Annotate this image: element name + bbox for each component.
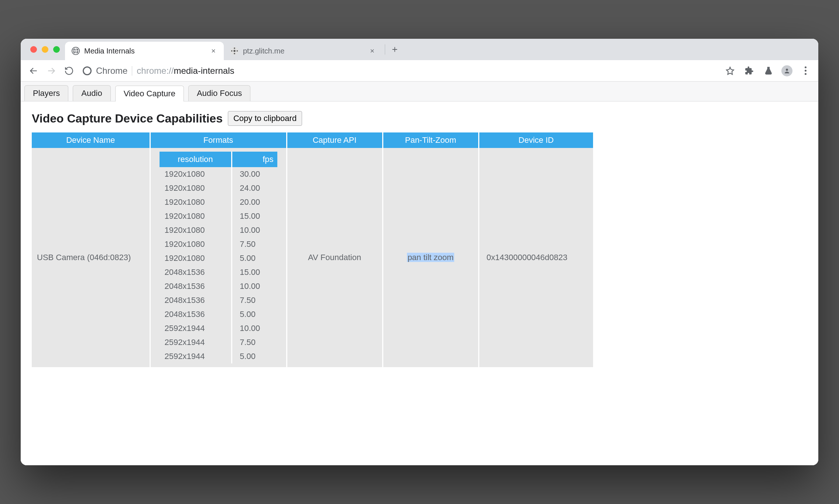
format-fps: 7.50 bbox=[232, 335, 277, 349]
cell-capture-api: AV Foundation bbox=[287, 148, 383, 367]
format-row: 2592x19445.00 bbox=[160, 349, 277, 363]
cell-device-id: 0x14300000046d0823 bbox=[479, 148, 593, 367]
format-fps: 5.00 bbox=[232, 349, 277, 363]
format-row: 2592x194410.00 bbox=[160, 321, 277, 335]
col-device-id[interactable]: Device ID bbox=[479, 132, 593, 148]
col-formats[interactable]: Formats bbox=[150, 132, 287, 148]
url-path: media-internals bbox=[174, 66, 234, 76]
format-fps: 7.50 bbox=[232, 237, 277, 251]
tab-ptz-glitch[interactable]: ptz.glitch.me bbox=[224, 42, 383, 60]
labs-icon[interactable] bbox=[762, 65, 775, 77]
tab-media-internals[interactable]: Media Internals bbox=[65, 42, 224, 60]
ptz-value: pan tilt zoom bbox=[407, 253, 455, 262]
cell-device-name: USB Camera (046d:0823) bbox=[32, 148, 150, 367]
tab-separator bbox=[385, 44, 385, 55]
col-capture-api[interactable]: Capture API bbox=[287, 132, 383, 148]
close-tab-icon[interactable] bbox=[369, 47, 376, 55]
format-fps: 10.00 bbox=[232, 223, 277, 237]
format-resolution: 1920x1080 bbox=[160, 195, 232, 209]
format-resolution: 2048x1536 bbox=[160, 307, 232, 321]
format-fps: 10.00 bbox=[232, 321, 277, 335]
format-resolution: 2048x1536 bbox=[160, 279, 232, 293]
format-row: 1920x108024.00 bbox=[160, 181, 277, 195]
maximize-window-button[interactable] bbox=[53, 46, 60, 53]
format-resolution: 1920x1080 bbox=[160, 167, 232, 181]
format-resolution: 1920x1080 bbox=[160, 209, 232, 223]
browser-window: Media Internals ptz.glitch.me bbox=[21, 39, 818, 465]
forward-button[interactable] bbox=[45, 65, 58, 77]
format-fps: 15.00 bbox=[232, 265, 277, 279]
cell-ptz: pan tilt zoom bbox=[383, 148, 479, 367]
tab-title: Media Internals bbox=[84, 47, 135, 55]
format-resolution: 2592x1944 bbox=[160, 335, 232, 349]
format-resolution: 1920x1080 bbox=[160, 237, 232, 251]
internal-tabs: Players Audio Video Capture Audio Focus bbox=[21, 82, 818, 101]
subtab-players[interactable]: Players bbox=[24, 85, 68, 101]
svg-point-6 bbox=[84, 68, 90, 74]
format-fps: 20.00 bbox=[232, 195, 277, 209]
format-fps: 5.00 bbox=[232, 307, 277, 321]
format-fps: 15.00 bbox=[232, 209, 277, 223]
format-resolution: 1920x1080 bbox=[160, 223, 232, 237]
subtab-video-capture[interactable]: Video Capture bbox=[115, 86, 184, 101]
format-row: 2048x15365.00 bbox=[160, 307, 277, 321]
minimize-window-button[interactable] bbox=[42, 46, 48, 53]
format-row: 1920x10807.50 bbox=[160, 237, 277, 251]
toolbar-actions bbox=[724, 65, 812, 77]
col-device-name[interactable]: Device Name bbox=[32, 132, 150, 148]
menu-button[interactable] bbox=[799, 65, 812, 77]
formats-table: resolution fps 1920x108030.001920x108024… bbox=[160, 152, 277, 363]
close-tab-icon[interactable] bbox=[210, 47, 217, 55]
format-row: 2048x153615.00 bbox=[160, 265, 277, 279]
col-ptz[interactable]: Pan-Tilt-Zoom bbox=[383, 132, 479, 148]
omnibox[interactable]: Chrome chrome://media-internals bbox=[81, 66, 719, 76]
format-row: 2048x153610.00 bbox=[160, 279, 277, 293]
svg-point-2 bbox=[234, 48, 235, 49]
format-row: 1920x10805.00 bbox=[160, 251, 277, 265]
format-row: 1920x108015.00 bbox=[160, 209, 277, 223]
format-resolution: 2592x1944 bbox=[160, 321, 232, 335]
format-resolution: 2048x1536 bbox=[160, 293, 232, 307]
page-content: Players Audio Video Capture Audio Focus … bbox=[21, 82, 818, 465]
subtab-audio-focus[interactable]: Audio Focus bbox=[188, 85, 250, 101]
toolbar: Chrome chrome://media-internals bbox=[21, 60, 818, 82]
svg-point-4 bbox=[231, 50, 233, 52]
tab-strip: Media Internals ptz.glitch.me bbox=[21, 39, 818, 60]
globe-icon bbox=[72, 47, 80, 55]
format-row: 1920x108020.00 bbox=[160, 195, 277, 209]
format-row: 1920x108030.00 bbox=[160, 167, 277, 181]
capabilities-table: Device Name Formats Capture API Pan-Tilt… bbox=[32, 132, 593, 367]
col-resolution: resolution bbox=[160, 152, 232, 167]
copy-to-clipboard-button[interactable]: Copy to clipboard bbox=[228, 111, 302, 126]
format-fps: 7.50 bbox=[232, 293, 277, 307]
omnibox-separator bbox=[132, 66, 132, 76]
format-row: 2592x19447.50 bbox=[160, 335, 277, 349]
tab-title: ptz.glitch.me bbox=[243, 47, 284, 55]
reload-button[interactable] bbox=[63, 65, 75, 77]
cell-formats: resolution fps 1920x108030.001920x108024… bbox=[150, 148, 287, 367]
extensions-icon[interactable] bbox=[743, 65, 756, 77]
subtab-audio[interactable]: Audio bbox=[73, 85, 110, 101]
close-window-button[interactable] bbox=[30, 46, 37, 53]
format-resolution: 2048x1536 bbox=[160, 265, 232, 279]
back-button[interactable] bbox=[27, 65, 40, 77]
format-resolution: 2592x1944 bbox=[160, 349, 232, 363]
format-fps: 5.00 bbox=[232, 251, 277, 265]
format-fps: 10.00 bbox=[232, 279, 277, 293]
device-row: USB Camera (046d:0823) resolution fps 19… bbox=[32, 148, 593, 367]
profile-avatar[interactable] bbox=[781, 65, 792, 76]
format-row: 2048x15367.50 bbox=[160, 293, 277, 307]
site-icon bbox=[230, 47, 239, 55]
new-tab-button[interactable] bbox=[387, 42, 402, 57]
format-fps: 30.00 bbox=[232, 167, 277, 181]
svg-point-7 bbox=[786, 69, 788, 71]
format-resolution: 1920x1080 bbox=[160, 251, 232, 265]
origin-label: Chrome bbox=[96, 66, 127, 76]
format-row: 1920x108010.00 bbox=[160, 223, 277, 237]
bookmark-star-icon[interactable] bbox=[724, 65, 736, 77]
chrome-icon bbox=[83, 66, 92, 75]
window-controls bbox=[27, 46, 65, 53]
svg-point-5 bbox=[237, 50, 238, 52]
svg-point-1 bbox=[233, 50, 236, 52]
url-scheme: chrome:// bbox=[137, 66, 174, 76]
